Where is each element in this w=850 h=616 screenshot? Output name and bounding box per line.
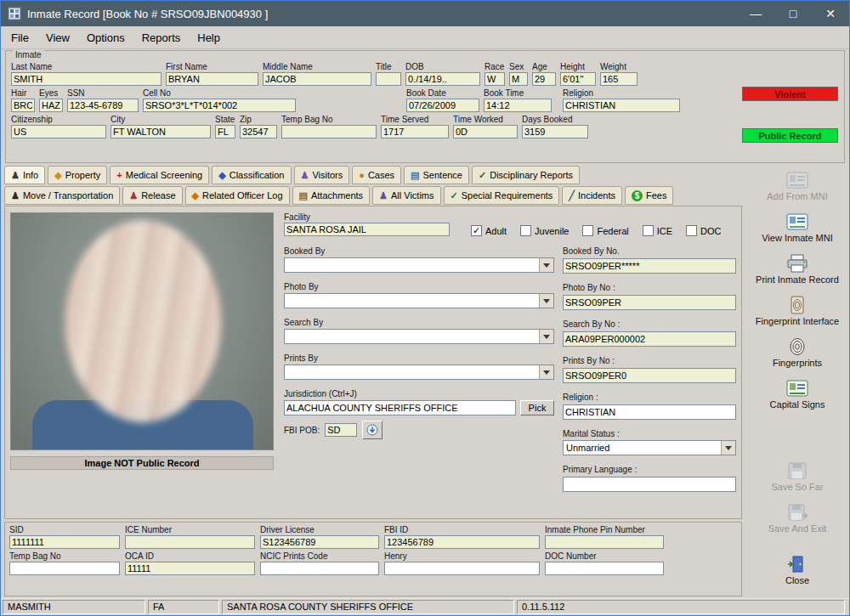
ice-number-input[interactable] bbox=[125, 535, 255, 549]
book-date-input[interactable] bbox=[406, 99, 479, 112]
fingerprint-interface-button[interactable]: Fingerprint Interface bbox=[750, 294, 845, 333]
weight-input[interactable] bbox=[600, 72, 638, 86]
chevron-down-icon[interactable] bbox=[539, 258, 553, 272]
tab-fees[interactable]: $Fees bbox=[625, 186, 673, 205]
doc-number-input[interactable] bbox=[545, 562, 664, 575]
photo-by-dropdown[interactable] bbox=[284, 293, 554, 308]
tab-special-requirements[interactable]: ✓Special Requirements bbox=[444, 186, 560, 205]
prints-by-no-input[interactable] bbox=[563, 368, 736, 383]
menu-reports[interactable]: Reports bbox=[133, 28, 190, 48]
religion-input[interactable] bbox=[563, 404, 736, 420]
tab-cases[interactable]: ●Cases bbox=[352, 166, 401, 184]
ssn-input[interactable] bbox=[67, 99, 139, 112]
chevron-down-icon[interactable] bbox=[721, 441, 735, 455]
tab-move-transportation[interactable]: ♟Move / Transportation bbox=[4, 186, 120, 205]
booked-by-no-input[interactable] bbox=[563, 258, 736, 274]
prints-by-dropdown[interactable] bbox=[284, 365, 554, 380]
title-input[interactable] bbox=[376, 72, 401, 86]
primary-language-input[interactable] bbox=[563, 477, 736, 492]
tab-sentence[interactable]: ▤Sentence bbox=[404, 166, 469, 184]
tab-attachments[interactable]: ▤Attachments bbox=[292, 186, 371, 205]
book-time-input[interactable] bbox=[484, 99, 552, 112]
marital-status-dropdown[interactable]: Unmarried bbox=[563, 440, 736, 455]
driver-license-label: Driver License bbox=[260, 525, 379, 534]
sid-input[interactable] bbox=[9, 535, 120, 549]
inmate-phone-pin-input[interactable] bbox=[545, 535, 664, 549]
cell-no-input[interactable] bbox=[143, 99, 296, 112]
tab-incidents[interactable]: ╱Incidents bbox=[562, 186, 622, 205]
chevron-down-icon[interactable] bbox=[539, 330, 553, 343]
dob-input[interactable] bbox=[405, 72, 480, 86]
driver-license-input[interactable] bbox=[260, 535, 379, 549]
doc-checkbox[interactable] bbox=[686, 225, 697, 236]
close-window-button[interactable]: ✕ bbox=[812, 1, 849, 26]
age-input[interactable] bbox=[532, 72, 556, 86]
ncic-prints-code-input[interactable] bbox=[260, 562, 379, 575]
search-by-dropdown[interactable] bbox=[284, 329, 554, 344]
menu-file[interactable]: File bbox=[3, 28, 37, 48]
maximize-button[interactable]: □ bbox=[774, 1, 812, 26]
public-record-badge[interactable]: Public Record bbox=[742, 128, 838, 143]
oca-id-label: OCA ID bbox=[125, 551, 255, 561]
chevron-down-icon[interactable] bbox=[539, 365, 553, 379]
middle-name-input[interactable] bbox=[263, 72, 371, 86]
race-input[interactable] bbox=[484, 72, 505, 86]
days-booked-input[interactable] bbox=[522, 125, 588, 138]
violent-badge[interactable]: Violent bbox=[742, 87, 838, 101]
fingerprints-button[interactable]: Fingerprints bbox=[750, 336, 845, 375]
height-input[interactable] bbox=[560, 72, 596, 86]
tab-all-victims[interactable]: ♟All Victims bbox=[372, 186, 440, 205]
eyes-input[interactable] bbox=[39, 99, 63, 112]
adult-checkbox[interactable]: ✓ bbox=[471, 225, 482, 236]
time-worked-input[interactable] bbox=[453, 125, 518, 138]
sex-input[interactable] bbox=[509, 72, 528, 86]
transport-person-icon: ♟ bbox=[11, 190, 20, 201]
doc-label: DOC bbox=[700, 226, 721, 236]
tab-medical-screening[interactable]: +Medical Screening bbox=[110, 166, 209, 184]
menu-options[interactable]: Options bbox=[78, 28, 133, 48]
minimize-button[interactable]: — bbox=[737, 1, 774, 26]
temp-bag-no-input[interactable] bbox=[9, 562, 120, 575]
menu-view[interactable]: View bbox=[37, 28, 78, 48]
ice-checkbox[interactable] bbox=[643, 225, 654, 236]
fbi-pob-input[interactable] bbox=[325, 423, 357, 437]
temp-bag-no-top-field: Temp Bag No bbox=[281, 115, 377, 138]
facility-input[interactable] bbox=[284, 223, 450, 236]
tab-visitors[interactable]: ♟Visitors bbox=[294, 166, 350, 184]
fbi-id-input[interactable] bbox=[384, 535, 540, 549]
zip-input[interactable] bbox=[240, 125, 277, 138]
menu-help[interactable]: Help bbox=[189, 28, 229, 48]
juvenile-checkbox[interactable] bbox=[520, 225, 531, 236]
booked-by-dropdown[interactable] bbox=[284, 257, 554, 273]
print-inmate-record-button[interactable]: Print Inmate Record bbox=[750, 252, 845, 291]
tab-classification[interactable]: ◆Classification bbox=[212, 166, 291, 184]
citizenship-input[interactable] bbox=[11, 125, 106, 138]
jurisdiction-input[interactable] bbox=[284, 400, 516, 415]
tab-disciplinary-reports[interactable]: ✓Disciplinary Reports bbox=[472, 166, 580, 184]
tab-info[interactable]: ♟Info bbox=[4, 166, 45, 184]
photo-by-no-input[interactable] bbox=[563, 295, 736, 310]
last-name-input[interactable] bbox=[11, 72, 162, 86]
oca-id-input[interactable] bbox=[125, 562, 255, 575]
temp-bag-no-top-input[interactable] bbox=[281, 125, 377, 138]
henry-input[interactable] bbox=[384, 562, 540, 575]
city-input[interactable] bbox=[110, 125, 211, 138]
hair-input[interactable] bbox=[11, 99, 35, 112]
federal-checkbox[interactable] bbox=[582, 225, 593, 236]
tab-related-officer-log[interactable]: ◆Related Officer Log bbox=[185, 186, 290, 205]
fbi-pob-lookup-button[interactable] bbox=[362, 421, 382, 439]
view-inmate-mni-button[interactable]: View Inmate MNI bbox=[750, 211, 845, 250]
first-name-input[interactable] bbox=[166, 72, 258, 86]
pick-button[interactable]: Pick bbox=[520, 400, 554, 415]
state-input[interactable] bbox=[215, 125, 235, 138]
close-button[interactable]: Close bbox=[750, 553, 845, 592]
time-served-input[interactable] bbox=[381, 125, 449, 138]
capital-signs-button[interactable]: Capital Signs bbox=[750, 377, 845, 416]
search-by-no-input[interactable] bbox=[563, 331, 736, 347]
chevron-down-icon[interactable] bbox=[539, 294, 553, 308]
religion-top-input[interactable] bbox=[563, 99, 680, 112]
tab-label: Incidents bbox=[578, 190, 615, 201]
weight-label: Weight bbox=[600, 62, 638, 71]
tab-property[interactable]: ◆Property bbox=[48, 166, 107, 184]
tab-release[interactable]: ♟Release bbox=[122, 186, 182, 205]
